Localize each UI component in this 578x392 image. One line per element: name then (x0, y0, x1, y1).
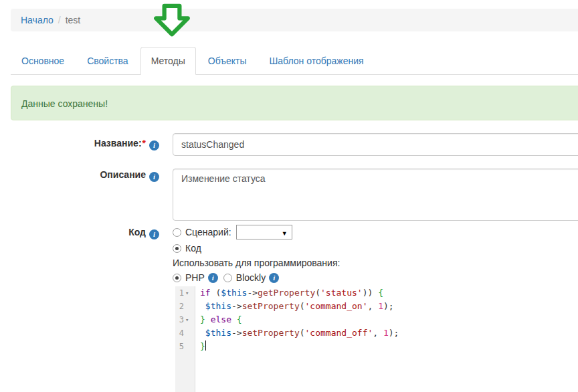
description-label: Описание (100, 169, 146, 180)
code-label: Код (128, 227, 146, 237)
tab-methods[interactable]: Методы (140, 47, 196, 75)
line-number: 1 (178, 286, 184, 300)
code-options: Сценарий: ▼ Код Использовать для програм… (173, 225, 340, 286)
breadcrumb: Начало/test (11, 9, 578, 31)
blockly-radio[interactable] (223, 274, 232, 282)
breadcrumb-home-link[interactable]: Начало (21, 15, 54, 25)
php-radio-label[interactable]: PHP (185, 272, 205, 284)
code-info-icon[interactable]: i (149, 229, 159, 239)
code-line[interactable]: $this->setProperty('command_on', 1); (196, 300, 578, 313)
fold-arrow-icon[interactable]: ▾ (185, 313, 189, 326)
code-line[interactable]: } (196, 340, 578, 353)
description-textarea[interactable]: Изменение статуса (173, 169, 578, 221)
line-number: 4 (178, 326, 184, 340)
code-radio[interactable] (173, 244, 181, 253)
tabs-bar: ОсновноеСвойстваМетодыОбъектыШаблон отоб… (11, 47, 578, 75)
tab-display-template[interactable]: Шаблон отображения (259, 47, 375, 75)
blockly-radio-label[interactable]: Blockly (236, 272, 266, 284)
code-radio-label[interactable]: Код (185, 242, 201, 254)
editor-cursor (205, 340, 206, 351)
editor-code-area[interactable]: if ($this->getProperty('status')) { $thi… (196, 286, 578, 392)
required-mark: * (142, 138, 146, 149)
down-arrow-annotation-icon (152, 3, 192, 37)
php-info-icon[interactable]: i (208, 273, 218, 283)
tab-objects[interactable]: Объекты (197, 47, 258, 75)
success-alert-text: Данные сохранены! (21, 98, 108, 109)
lang-hint: Использовать для программирования: (173, 257, 340, 269)
breadcrumb-separator: / (54, 15, 66, 25)
php-radio[interactable] (173, 274, 181, 282)
blockly-info-icon[interactable]: i (269, 273, 279, 283)
description-label-cell: Описаниеi (0, 169, 159, 182)
success-alert: Данные сохранены! (11, 86, 578, 120)
editor-gutter: 1▾23▾45 (175, 286, 195, 392)
code-line[interactable]: if ($this->getProperty('status')) { (196, 286, 578, 300)
fold-arrow-icon[interactable]: ▾ (185, 286, 189, 300)
code-line[interactable]: } else { (196, 313, 578, 326)
code-line[interactable]: $this->setProperty('command_off', 1); (196, 326, 578, 340)
name-label: Название: (94, 138, 142, 149)
line-number: 3 (178, 313, 184, 326)
tab-main[interactable]: Основное (11, 47, 75, 75)
name-label-cell: Название:*i (0, 137, 159, 151)
line-number: 2 (178, 300, 184, 313)
name-input[interactable] (173, 133, 578, 156)
tab-properties[interactable]: Свойства (76, 47, 138, 75)
line-number: 5 (178, 340, 184, 353)
breadcrumb-current: test (66, 15, 81, 25)
code-label-cell: Кодi (0, 226, 159, 239)
name-info-icon[interactable]: i (149, 140, 159, 151)
scenario-radio[interactable] (173, 228, 181, 237)
description-info-icon[interactable]: i (149, 172, 159, 182)
scenario-radio-label[interactable]: Сценарий: (185, 226, 231, 238)
scenario-select[interactable]: ▼ (236, 225, 292, 239)
select-dropdown-arrow-icon: ▼ (282, 227, 288, 239)
code-editor[interactable]: 1▾23▾45 if ($this->getProperty('status')… (175, 286, 578, 392)
page: Начало/test ОсновноеСвойстваМетодыОбъект… (0, 0, 578, 392)
